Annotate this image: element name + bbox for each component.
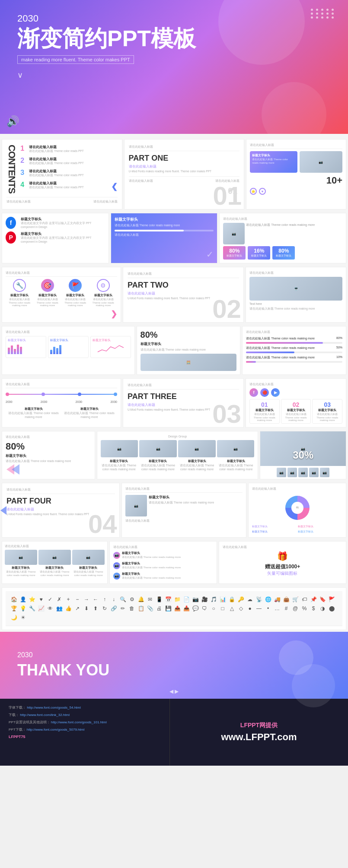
icon-graph: 📈 (37, 605, 45, 612)
social-fb-title: 标题文字标头 (21, 217, 105, 222)
progress-label-10: 请在此处输入标题 Theme color reads making more 1… (246, 355, 342, 360)
icon-globe: 🌐 (264, 596, 272, 603)
progress-text-10: 请在此处输入标题 Theme color reads making more (246, 355, 315, 360)
thirty-percent-slide: 📷 30% 📷 📷 📷 📷 📷 (260, 431, 346, 479)
chart-cards-row: 标题文字标头 标题文字标头 (6, 336, 131, 358)
stats-numbers: 80% 标题文字标头 16% 标题文字标头 80% 标题文字标头 (223, 246, 342, 260)
item-title-1: 请在此处输入标题 (29, 145, 83, 149)
footer-url-3[interactable]: http://www.font.com/goods_101.html (51, 720, 107, 724)
icon-search: 🔍 (119, 596, 127, 603)
step-1-title: 标题文字标头 (252, 408, 278, 412)
design-label-1: 标题文字标头 请在此处输入标题 Theme color reads making… (101, 459, 137, 471)
info-text-slide: 请在此处输入标题 📷 标题文字标头 请在此处输入标题 Theme color r… (121, 483, 247, 538)
icon-col-4-desc: 请在此处输入标题 Theme color reads making more (89, 298, 118, 307)
social-fb-desc: 请在此处放文字内容 这里可以输入正文内容文字 PPT component in … (21, 222, 105, 228)
gradient-sub: 请在此处输入标题 (115, 233, 214, 237)
circle-3: ▶ (271, 388, 280, 397)
part-four-slide: 请在此处输入标题 PART FOUR 请在此处输入标题 U-Mod Fonts … (2, 483, 120, 538)
icon-moon: 🌙 (10, 614, 18, 621)
footer-url-1[interactable]: http://www.font.com/goods_54.html (27, 706, 81, 710)
icon-bag: 👜 (282, 596, 290, 603)
timeline-slide: 请在此处输入标题 2030 2030 2030 2030 标题文字标头 请在此处… (2, 378, 121, 428)
design-photo-4: 📷 (217, 440, 255, 457)
ph-2-title: 标题文字标头 (38, 566, 71, 570)
icon-chat: 🗨 (201, 605, 208, 612)
photos-row: 📷 标题文字标头 请在此处输入标题 Theme color reads maki… (5, 550, 105, 577)
num-steps: 01 标题文字标头 请在此处输入标题 Theme color reads mak… (249, 399, 342, 424)
icon-bullet: • (264, 605, 272, 612)
arrow-percent: 80% (6, 441, 91, 452)
facebook-icon: f (6, 217, 16, 229)
contents-item-2: 2 请在此处输入标题 请在此处输入标题 Theme color reads PP… (20, 157, 107, 165)
check-desc-3: 请在此处输入标题 Theme color reads making more (122, 576, 181, 580)
item-num-2: 2 (20, 157, 26, 165)
part-three-row: 请在此处输入标题 2030 2030 2030 2030 标题文字标头 请在此处… (0, 377, 348, 429)
contents-row: CONTENTS 1 请在此处输入标题 请在此处输入标题 Theme color… (0, 137, 348, 211)
icon-at: @ (291, 605, 299, 612)
progress-text-80: 请在此处输入标题 Theme color reads making more (246, 336, 315, 341)
stat-header: 请在此处输入标题 (250, 143, 342, 149)
ph-2: 📷 (38, 550, 71, 565)
thirty-percent-num: 30% (293, 449, 313, 461)
part-one-stat-slide: 请在此处输入标题 标题文字标头 请在此处输入标题 Theme color rea… (246, 139, 346, 209)
item-num-1: 1 (20, 145, 26, 152)
icon-col-2-title: 标题文字标头 (34, 293, 62, 298)
thankyou-circle-deco-2 (292, 664, 335, 707)
thankyou-nav-num: ◀ ▶ (169, 688, 179, 694)
stat-30: 80% 标题文字标头 (223, 246, 246, 260)
info-header: 请在此处输入标题 (125, 487, 243, 493)
ph-3-title: 标题文字标头 (72, 566, 105, 570)
progress-label-80: 请在此处输入标题 Theme color reads making more 8… (246, 336, 342, 341)
footer-url-4[interactable]: http://www.font.com/goods_5079.html (27, 728, 84, 732)
icon-user-plus: 👥 (55, 605, 63, 612)
icon-flag: 🚩 (69, 279, 82, 292)
footer-url-2[interactable]: http://www.font.com/link_32.html (20, 713, 70, 717)
tl-line-2 (45, 394, 77, 395)
icon-heart: ♥ (37, 596, 45, 603)
design-label-4: 标题文字标头 请在此处输入标题 Theme color reads making… (217, 459, 254, 471)
stats-photo-area: 📷 请在此处输入标题 Theme color reads making more (223, 223, 342, 244)
part-one-title: PART ONE (129, 154, 240, 163)
icon-inbox: 📥 (182, 605, 190, 612)
stat-80-num: 80% (276, 248, 291, 254)
numbered-steps-slide: 请在此处输入标题 f 🔴 ▶ 01 标题文字标头 请在此处输入标题 Theme … (246, 378, 346, 428)
icon-calendar: 📅 (164, 596, 172, 603)
icon-col-3-title: 标题文字标头 (61, 293, 89, 298)
tl-dot-4 (114, 393, 117, 396)
icon-circles-row: 🔧 标题文字标头 请在此处输入标题 Theme color reads maki… (6, 279, 117, 307)
contents-items: 1 请在此处输入标题 请在此处输入标题 Theme color reads PP… (20, 145, 107, 193)
stat-photo: 📷 (300, 151, 342, 173)
photo-col-1: 📷 标题文字标头 请在此处输入标题 Theme color reads maki… (5, 550, 37, 577)
icon-home: 🏠 (10, 596, 18, 603)
part-one-subtitle: 请在此处输入标题 (129, 164, 240, 169)
icon-truck: 🚚 (273, 596, 281, 603)
ph-1-sub: 请在此处输入标题 Theme color reads making more (5, 570, 37, 577)
stat-30-num: 80% (227, 248, 242, 254)
icon-refresh: ↻ (101, 605, 109, 612)
pinterest-icon: P (6, 231, 16, 244)
info-photo: 📷 (125, 495, 147, 516)
tl-label-2-text: 标题文字标头 (61, 407, 117, 411)
lfppt-label: LFPPT网提供 (240, 722, 278, 729)
progress-text-50: 请在此处输入标题 Theme color reads making more (246, 346, 315, 350)
tl-dot-3 (78, 393, 81, 396)
item-title-4: 请在此处输入标题 (29, 181, 83, 186)
stat-icon-1: ⭐ (250, 188, 257, 195)
part-four-arrow-deco (0, 506, 6, 515)
thankyou-text: THANK YOU (17, 661, 109, 679)
icon-arrow-right: → (83, 596, 90, 603)
progress-header: 请在此处输入标题 (246, 330, 342, 334)
icon-plus: + (64, 596, 72, 603)
part-three-slide: 请在此处输入标题 PART THREE 请在此处输入标题 U-Mod Fonts… (123, 378, 244, 428)
check-icon-2: 📷 (113, 562, 120, 569)
check-title-3: 标题文字标头 (122, 572, 181, 576)
icon-cloud: ☁ (246, 596, 254, 603)
part-two-header: 请在此处输入标题 (128, 272, 239, 278)
percent-calc-slide: 80% 标题文字标头 请在此处输入标题 Theme color reads ma… (137, 326, 241, 375)
social-circles-row: f 🔴 ▶ (249, 388, 342, 397)
step-3-desc: 请在此处输入标题 Theme color reads making more (314, 412, 340, 421)
big-arrow-decoration: ❯ (6, 309, 117, 319)
pie-label-2: 标题文字标头 (298, 525, 342, 529)
step-3-title: 标题文字标头 (314, 408, 340, 412)
item-desc-4: 请在此处输入标题 Theme color reads PPT (29, 186, 83, 190)
